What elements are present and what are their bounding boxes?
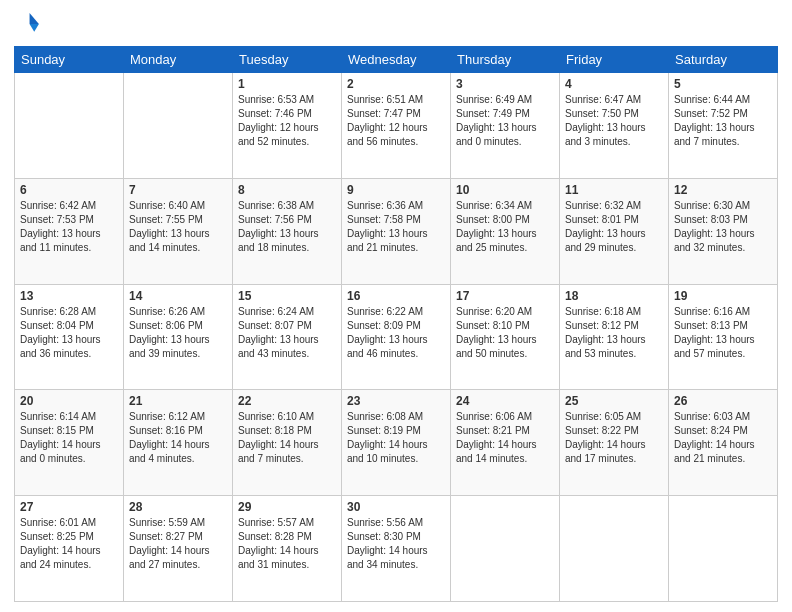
day-number: 2: [347, 77, 445, 91]
logo: [14, 10, 46, 38]
day-number: 28: [129, 500, 227, 514]
logo-icon: [14, 10, 42, 38]
day-number: 8: [238, 183, 336, 197]
day-number: 22: [238, 394, 336, 408]
day-info: Sunrise: 6:01 AMSunset: 8:25 PMDaylight:…: [20, 516, 118, 572]
day-info: Sunrise: 6:16 AMSunset: 8:13 PMDaylight:…: [674, 305, 772, 361]
day-info: Sunrise: 5:57 AMSunset: 8:28 PMDaylight:…: [238, 516, 336, 572]
day-info: Sunrise: 6:20 AMSunset: 8:10 PMDaylight:…: [456, 305, 554, 361]
calendar-cell: 17Sunrise: 6:20 AMSunset: 8:10 PMDayligh…: [451, 284, 560, 390]
header-day-monday: Monday: [124, 47, 233, 73]
calendar-cell: 28Sunrise: 5:59 AMSunset: 8:27 PMDayligh…: [124, 496, 233, 602]
day-info: Sunrise: 6:28 AMSunset: 8:04 PMDaylight:…: [20, 305, 118, 361]
calendar-cell: 30Sunrise: 5:56 AMSunset: 8:30 PMDayligh…: [342, 496, 451, 602]
week-row-1: 6Sunrise: 6:42 AMSunset: 7:53 PMDaylight…: [15, 178, 778, 284]
day-info: Sunrise: 6:44 AMSunset: 7:52 PMDaylight:…: [674, 93, 772, 149]
day-number: 14: [129, 289, 227, 303]
calendar-cell: 25Sunrise: 6:05 AMSunset: 8:22 PMDayligh…: [560, 390, 669, 496]
day-info: Sunrise: 6:06 AMSunset: 8:21 PMDaylight:…: [456, 410, 554, 466]
calendar-cell: 8Sunrise: 6:38 AMSunset: 7:56 PMDaylight…: [233, 178, 342, 284]
day-number: 6: [20, 183, 118, 197]
calendar-cell: 19Sunrise: 6:16 AMSunset: 8:13 PMDayligh…: [669, 284, 778, 390]
calendar-cell: 14Sunrise: 6:26 AMSunset: 8:06 PMDayligh…: [124, 284, 233, 390]
day-number: 23: [347, 394, 445, 408]
week-row-2: 13Sunrise: 6:28 AMSunset: 8:04 PMDayligh…: [15, 284, 778, 390]
calendar-cell: 7Sunrise: 6:40 AMSunset: 7:55 PMDaylight…: [124, 178, 233, 284]
day-number: 13: [20, 289, 118, 303]
day-number: 7: [129, 183, 227, 197]
day-number: 1: [238, 77, 336, 91]
day-number: 15: [238, 289, 336, 303]
day-info: Sunrise: 6:26 AMSunset: 8:06 PMDaylight:…: [129, 305, 227, 361]
day-info: Sunrise: 6:10 AMSunset: 8:18 PMDaylight:…: [238, 410, 336, 466]
calendar-cell: 10Sunrise: 6:34 AMSunset: 8:00 PMDayligh…: [451, 178, 560, 284]
header-day-saturday: Saturday: [669, 47, 778, 73]
day-number: 9: [347, 183, 445, 197]
day-info: Sunrise: 6:34 AMSunset: 8:00 PMDaylight:…: [456, 199, 554, 255]
calendar-cell: [451, 496, 560, 602]
day-info: Sunrise: 6:51 AMSunset: 7:47 PMDaylight:…: [347, 93, 445, 149]
day-number: 4: [565, 77, 663, 91]
day-info: Sunrise: 6:18 AMSunset: 8:12 PMDaylight:…: [565, 305, 663, 361]
calendar-cell: [669, 496, 778, 602]
day-info: Sunrise: 6:47 AMSunset: 7:50 PMDaylight:…: [565, 93, 663, 149]
day-number: 24: [456, 394, 554, 408]
calendar-cell: 15Sunrise: 6:24 AMSunset: 8:07 PMDayligh…: [233, 284, 342, 390]
calendar-cell: 5Sunrise: 6:44 AMSunset: 7:52 PMDaylight…: [669, 73, 778, 179]
week-row-0: 1Sunrise: 6:53 AMSunset: 7:46 PMDaylight…: [15, 73, 778, 179]
day-number: 17: [456, 289, 554, 303]
header-day-wednesday: Wednesday: [342, 47, 451, 73]
day-info: Sunrise: 6:53 AMSunset: 7:46 PMDaylight:…: [238, 93, 336, 149]
day-info: Sunrise: 6:36 AMSunset: 7:58 PMDaylight:…: [347, 199, 445, 255]
calendar-cell: 4Sunrise: 6:47 AMSunset: 7:50 PMDaylight…: [560, 73, 669, 179]
page: SundayMondayTuesdayWednesdayThursdayFrid…: [0, 0, 792, 612]
calendar-cell: 12Sunrise: 6:30 AMSunset: 8:03 PMDayligh…: [669, 178, 778, 284]
week-row-3: 20Sunrise: 6:14 AMSunset: 8:15 PMDayligh…: [15, 390, 778, 496]
calendar-cell: 11Sunrise: 6:32 AMSunset: 8:01 PMDayligh…: [560, 178, 669, 284]
calendar-cell: 20Sunrise: 6:14 AMSunset: 8:15 PMDayligh…: [15, 390, 124, 496]
day-info: Sunrise: 6:40 AMSunset: 7:55 PMDaylight:…: [129, 199, 227, 255]
day-info: Sunrise: 6:24 AMSunset: 8:07 PMDaylight:…: [238, 305, 336, 361]
day-info: Sunrise: 5:56 AMSunset: 8:30 PMDaylight:…: [347, 516, 445, 572]
header-row: SundayMondayTuesdayWednesdayThursdayFrid…: [15, 47, 778, 73]
day-number: 27: [20, 500, 118, 514]
calendar-cell: 22Sunrise: 6:10 AMSunset: 8:18 PMDayligh…: [233, 390, 342, 496]
day-number: 3: [456, 77, 554, 91]
calendar-cell: 2Sunrise: 6:51 AMSunset: 7:47 PMDaylight…: [342, 73, 451, 179]
header-day-tuesday: Tuesday: [233, 47, 342, 73]
calendar-cell: 9Sunrise: 6:36 AMSunset: 7:58 PMDaylight…: [342, 178, 451, 284]
day-info: Sunrise: 6:22 AMSunset: 8:09 PMDaylight:…: [347, 305, 445, 361]
calendar-cell: 13Sunrise: 6:28 AMSunset: 8:04 PMDayligh…: [15, 284, 124, 390]
calendar-cell: 29Sunrise: 5:57 AMSunset: 8:28 PMDayligh…: [233, 496, 342, 602]
day-number: 19: [674, 289, 772, 303]
calendar-cell: 3Sunrise: 6:49 AMSunset: 7:49 PMDaylight…: [451, 73, 560, 179]
day-number: 5: [674, 77, 772, 91]
calendar-cell: 16Sunrise: 6:22 AMSunset: 8:09 PMDayligh…: [342, 284, 451, 390]
day-number: 16: [347, 289, 445, 303]
day-number: 25: [565, 394, 663, 408]
calendar-cell: 24Sunrise: 6:06 AMSunset: 8:21 PMDayligh…: [451, 390, 560, 496]
day-number: 29: [238, 500, 336, 514]
day-info: Sunrise: 6:08 AMSunset: 8:19 PMDaylight:…: [347, 410, 445, 466]
calendar-cell: [560, 496, 669, 602]
calendar-cell: 26Sunrise: 6:03 AMSunset: 8:24 PMDayligh…: [669, 390, 778, 496]
day-info: Sunrise: 6:42 AMSunset: 7:53 PMDaylight:…: [20, 199, 118, 255]
day-number: 20: [20, 394, 118, 408]
day-info: Sunrise: 6:32 AMSunset: 8:01 PMDaylight:…: [565, 199, 663, 255]
svg-marker-0: [30, 13, 39, 24]
svg-marker-1: [30, 24, 39, 32]
calendar-cell: 1Sunrise: 6:53 AMSunset: 7:46 PMDaylight…: [233, 73, 342, 179]
day-info: Sunrise: 6:03 AMSunset: 8:24 PMDaylight:…: [674, 410, 772, 466]
calendar-cell: 18Sunrise: 6:18 AMSunset: 8:12 PMDayligh…: [560, 284, 669, 390]
day-number: 11: [565, 183, 663, 197]
header: [14, 10, 778, 38]
calendar-cell: 21Sunrise: 6:12 AMSunset: 8:16 PMDayligh…: [124, 390, 233, 496]
calendar-cell: [124, 73, 233, 179]
calendar-cell: 23Sunrise: 6:08 AMSunset: 8:19 PMDayligh…: [342, 390, 451, 496]
day-info: Sunrise: 6:14 AMSunset: 8:15 PMDaylight:…: [20, 410, 118, 466]
day-info: Sunrise: 6:30 AMSunset: 8:03 PMDaylight:…: [674, 199, 772, 255]
day-info: Sunrise: 5:59 AMSunset: 8:27 PMDaylight:…: [129, 516, 227, 572]
calendar-cell: 6Sunrise: 6:42 AMSunset: 7:53 PMDaylight…: [15, 178, 124, 284]
day-number: 10: [456, 183, 554, 197]
day-number: 12: [674, 183, 772, 197]
